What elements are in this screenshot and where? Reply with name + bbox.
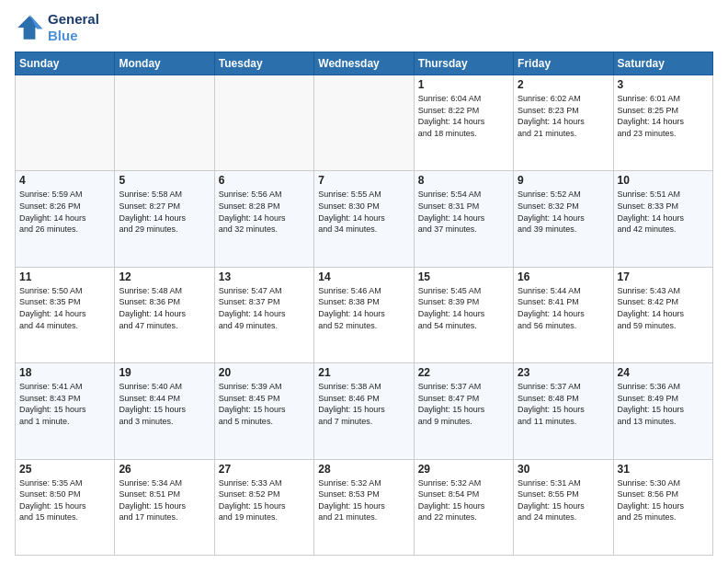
day-info: Sunrise: 5:54 AM Sunset: 8:31 PM Dayligh… xyxy=(418,189,509,235)
calendar-cell: 22Sunrise: 5:37 AM Sunset: 8:47 PM Dayli… xyxy=(414,363,513,459)
calendar-cell: 20Sunrise: 5:39 AM Sunset: 8:45 PM Dayli… xyxy=(214,363,313,459)
day-info: Sunrise: 5:51 AM Sunset: 8:33 PM Dayligh… xyxy=(618,189,709,235)
calendar-cell: 10Sunrise: 5:51 AM Sunset: 8:33 PM Dayli… xyxy=(613,171,712,267)
calendar-day-header: Wednesday xyxy=(314,52,414,75)
logo-text: General Blue xyxy=(48,11,99,44)
calendar-cell: 25Sunrise: 5:35 AM Sunset: 8:50 PM Dayli… xyxy=(16,459,115,555)
calendar-cell: 24Sunrise: 5:36 AM Sunset: 8:49 PM Dayli… xyxy=(613,363,712,459)
day-number: 27 xyxy=(219,463,310,476)
calendar-cell: 13Sunrise: 5:47 AM Sunset: 8:37 PM Dayli… xyxy=(214,267,313,362)
day-info: Sunrise: 5:56 AM Sunset: 8:28 PM Dayligh… xyxy=(219,189,310,235)
day-number: 24 xyxy=(618,366,709,379)
day-info: Sunrise: 5:55 AM Sunset: 8:30 PM Dayligh… xyxy=(318,189,409,235)
calendar-cell: 18Sunrise: 5:41 AM Sunset: 8:43 PM Dayli… xyxy=(16,363,115,459)
day-number: 22 xyxy=(418,366,509,379)
day-number: 3 xyxy=(618,78,709,91)
day-number: 8 xyxy=(418,174,509,187)
day-info: Sunrise: 5:46 AM Sunset: 8:38 PM Dayligh… xyxy=(318,285,409,331)
day-number: 17 xyxy=(618,270,709,283)
day-info: Sunrise: 5:30 AM Sunset: 8:56 PM Dayligh… xyxy=(618,477,709,523)
day-info: Sunrise: 5:50 AM Sunset: 8:35 PM Dayligh… xyxy=(19,285,110,331)
day-info: Sunrise: 5:37 AM Sunset: 8:48 PM Dayligh… xyxy=(518,381,609,427)
calendar-cell: 1Sunrise: 6:04 AM Sunset: 8:22 PM Daylig… xyxy=(414,75,513,171)
calendar-cell: 6Sunrise: 5:56 AM Sunset: 8:28 PM Daylig… xyxy=(214,171,313,267)
calendar-cell: 30Sunrise: 5:31 AM Sunset: 8:55 PM Dayli… xyxy=(514,459,613,555)
calendar-cell: 7Sunrise: 5:55 AM Sunset: 8:30 PM Daylig… xyxy=(314,171,414,267)
calendar-day-header: Saturday xyxy=(613,52,712,75)
calendar-cell: 3Sunrise: 6:01 AM Sunset: 8:25 PM Daylig… xyxy=(613,75,712,171)
day-info: Sunrise: 5:33 AM Sunset: 8:52 PM Dayligh… xyxy=(219,477,310,523)
day-number: 19 xyxy=(119,366,210,379)
day-info: Sunrise: 5:40 AM Sunset: 8:44 PM Dayligh… xyxy=(119,381,210,427)
calendar-cell: 5Sunrise: 5:58 AM Sunset: 8:27 PM Daylig… xyxy=(115,171,214,267)
day-number: 30 xyxy=(518,463,609,476)
calendar-cell: 8Sunrise: 5:54 AM Sunset: 8:31 PM Daylig… xyxy=(414,171,513,267)
day-number: 21 xyxy=(318,366,409,379)
day-number: 6 xyxy=(219,174,310,187)
day-info: Sunrise: 5:39 AM Sunset: 8:45 PM Dayligh… xyxy=(219,381,310,427)
day-info: Sunrise: 5:31 AM Sunset: 8:55 PM Dayligh… xyxy=(518,477,609,523)
calendar-week-row: 4Sunrise: 5:59 AM Sunset: 8:26 PM Daylig… xyxy=(16,171,713,267)
calendar-day-header: Tuesday xyxy=(214,52,313,75)
day-number: 12 xyxy=(119,270,210,283)
day-info: Sunrise: 5:32 AM Sunset: 8:53 PM Dayligh… xyxy=(318,477,409,523)
day-info: Sunrise: 5:37 AM Sunset: 8:47 PM Dayligh… xyxy=(418,381,509,427)
day-number: 4 xyxy=(19,174,110,187)
day-info: Sunrise: 5:58 AM Sunset: 8:27 PM Dayligh… xyxy=(119,189,210,235)
day-number: 31 xyxy=(618,463,709,476)
calendar-cell xyxy=(214,75,313,171)
calendar-cell: 23Sunrise: 5:37 AM Sunset: 8:48 PM Dayli… xyxy=(514,363,613,459)
logo: General Blue xyxy=(15,11,99,44)
calendar-cell: 14Sunrise: 5:46 AM Sunset: 8:38 PM Dayli… xyxy=(314,267,414,362)
day-info: Sunrise: 5:52 AM Sunset: 8:32 PM Dayligh… xyxy=(518,189,609,235)
day-number: 7 xyxy=(318,174,409,187)
day-number: 15 xyxy=(418,270,509,283)
calendar-day-header: Sunday xyxy=(16,52,115,75)
calendar-cell: 16Sunrise: 5:44 AM Sunset: 8:41 PM Dayli… xyxy=(514,267,613,362)
calendar-cell: 9Sunrise: 5:52 AM Sunset: 8:32 PM Daylig… xyxy=(514,171,613,267)
day-info: Sunrise: 5:59 AM Sunset: 8:26 PM Dayligh… xyxy=(19,189,110,235)
day-info: Sunrise: 6:02 AM Sunset: 8:23 PM Dayligh… xyxy=(518,93,609,139)
calendar-cell: 21Sunrise: 5:38 AM Sunset: 8:46 PM Dayli… xyxy=(314,363,414,459)
calendar-week-row: 25Sunrise: 5:35 AM Sunset: 8:50 PM Dayli… xyxy=(16,459,713,555)
day-number: 10 xyxy=(618,174,709,187)
day-number: 1 xyxy=(418,78,509,91)
calendar-cell: 31Sunrise: 5:30 AM Sunset: 8:56 PM Dayli… xyxy=(613,459,712,555)
day-info: Sunrise: 6:01 AM Sunset: 8:25 PM Dayligh… xyxy=(618,93,709,139)
page: General Blue SundayMondayTuesdayWednesda… xyxy=(0,0,728,563)
day-number: 13 xyxy=(219,270,310,283)
calendar-day-header: Monday xyxy=(115,52,214,75)
day-info: Sunrise: 5:45 AM Sunset: 8:39 PM Dayligh… xyxy=(418,285,509,331)
calendar-cell: 2Sunrise: 6:02 AM Sunset: 8:23 PM Daylig… xyxy=(514,75,613,171)
day-info: Sunrise: 5:32 AM Sunset: 8:54 PM Dayligh… xyxy=(418,477,509,523)
calendar-cell xyxy=(115,75,214,171)
day-number: 29 xyxy=(418,463,509,476)
calendar-table: SundayMondayTuesdayWednesdayThursdayFrid… xyxy=(15,52,713,556)
day-number: 26 xyxy=(119,463,210,476)
calendar-week-row: 18Sunrise: 5:41 AM Sunset: 8:43 PM Dayli… xyxy=(16,363,713,459)
day-number: 14 xyxy=(318,270,409,283)
calendar-header-row: SundayMondayTuesdayWednesdayThursdayFrid… xyxy=(16,52,713,75)
calendar-cell xyxy=(16,75,115,171)
calendar-cell: 28Sunrise: 5:32 AM Sunset: 8:53 PM Dayli… xyxy=(314,459,414,555)
calendar-cell: 29Sunrise: 5:32 AM Sunset: 8:54 PM Dayli… xyxy=(414,459,513,555)
day-info: Sunrise: 5:48 AM Sunset: 8:36 PM Dayligh… xyxy=(119,285,210,331)
day-info: Sunrise: 5:47 AM Sunset: 8:37 PM Dayligh… xyxy=(219,285,310,331)
calendar-cell: 17Sunrise: 5:43 AM Sunset: 8:42 PM Dayli… xyxy=(613,267,712,362)
day-info: Sunrise: 5:35 AM Sunset: 8:50 PM Dayligh… xyxy=(19,477,110,523)
day-number: 23 xyxy=(518,366,609,379)
day-number: 2 xyxy=(518,78,609,91)
day-info: Sunrise: 5:44 AM Sunset: 8:41 PM Dayligh… xyxy=(518,285,609,331)
day-number: 18 xyxy=(19,366,110,379)
day-number: 25 xyxy=(19,463,110,476)
day-number: 5 xyxy=(119,174,210,187)
calendar-week-row: 1Sunrise: 6:04 AM Sunset: 8:22 PM Daylig… xyxy=(16,75,713,171)
day-info: Sunrise: 5:38 AM Sunset: 8:46 PM Dayligh… xyxy=(318,381,409,427)
calendar-cell xyxy=(314,75,414,171)
calendar-cell: 15Sunrise: 5:45 AM Sunset: 8:39 PM Dayli… xyxy=(414,267,513,362)
day-info: Sunrise: 5:36 AM Sunset: 8:49 PM Dayligh… xyxy=(618,381,709,427)
calendar-cell: 27Sunrise: 5:33 AM Sunset: 8:52 PM Dayli… xyxy=(214,459,313,555)
calendar-cell: 19Sunrise: 5:40 AM Sunset: 8:44 PM Dayli… xyxy=(115,363,214,459)
calendar-cell: 4Sunrise: 5:59 AM Sunset: 8:26 PM Daylig… xyxy=(16,171,115,267)
header: General Blue xyxy=(15,11,713,44)
